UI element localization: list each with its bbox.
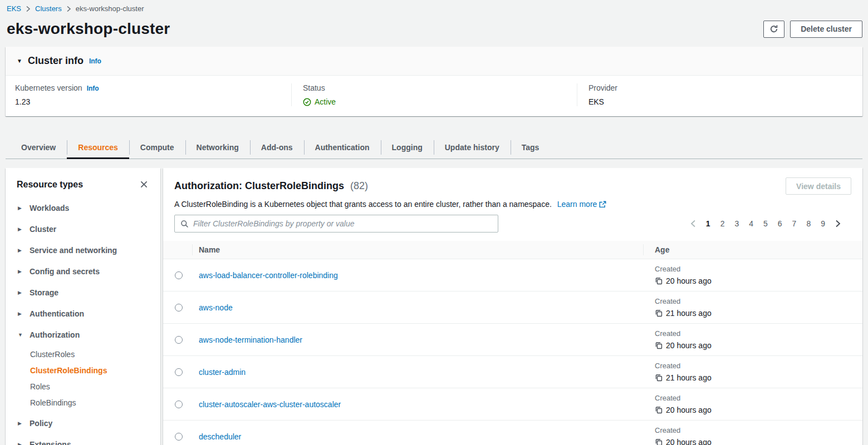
rolebinding-link[interactable]: cluster-admin <box>199 368 246 377</box>
sidebar-group-workloads[interactable]: ▶ Workloads <box>18 197 149 219</box>
pagination-page-6[interactable]: 6 <box>774 217 786 230</box>
sidebar-group-authorization[interactable]: ▼ Authorization <box>18 324 149 345</box>
pagination-page-3[interactable]: 3 <box>730 217 743 230</box>
age-value: 20 hours ago <box>666 438 712 445</box>
tab-resources[interactable]: Resources <box>67 136 129 159</box>
caret-right-icon: ▶ <box>18 248 23 253</box>
filter-box <box>174 215 498 233</box>
sidebar-group-extensions[interactable]: ▶ Extensions <box>18 434 149 445</box>
tab-logging[interactable]: Logging <box>381 136 434 159</box>
field-provider: Provider EKS <box>577 83 862 106</box>
info-link[interactable]: Info <box>89 57 101 65</box>
pagination-page-9[interactable]: 9 <box>817 217 829 230</box>
pagination-page-8[interactable]: 8 <box>802 217 815 230</box>
tab-authentication[interactable]: Authentication <box>304 136 381 159</box>
sidebar-header: Resource types <box>6 168 160 193</box>
age-value: 21 hours ago <box>666 373 712 382</box>
cluster-info-panel: ▼ Cluster info Info Kubernetes version I… <box>6 47 862 116</box>
copy-icon[interactable] <box>655 406 663 414</box>
pagination-page-5[interactable]: 5 <box>759 217 772 230</box>
sidebar-group-authentication[interactable]: ▶ Authentication <box>18 303 149 324</box>
field-status: Status Active <box>291 83 577 106</box>
sidebar-group-service-and-networking[interactable]: ▶ Service and networking <box>18 240 149 261</box>
close-icon[interactable] <box>139 179 149 190</box>
field-value: EKS <box>589 97 851 106</box>
pagination-page-2[interactable]: 2 <box>717 217 729 230</box>
resource-types-sidebar: Resource types ▶ Workloads ▶ Cluster ▶ S… <box>6 168 160 445</box>
header-actions: Delete cluster <box>763 21 862 38</box>
tab-add-ons[interactable]: Add-ons <box>250 136 304 159</box>
chevron-right-icon <box>66 6 71 12</box>
copy-icon[interactable] <box>655 438 663 445</box>
copy-icon[interactable] <box>655 309 663 317</box>
sidebar-group-label: Workloads <box>30 204 69 212</box>
breadcrumb-link-eks[interactable]: EKS <box>7 4 21 13</box>
sidebar-group-label: Storage <box>30 288 58 297</box>
rolebinding-link[interactable]: aws-node <box>199 303 233 312</box>
copy-icon[interactable] <box>655 342 663 349</box>
breadcrumb-link-clusters[interactable]: Clusters <box>35 4 62 13</box>
tab-tags[interactable]: Tags <box>511 136 551 159</box>
pagination-prev-icon[interactable] <box>686 217 700 230</box>
sidebar-group-policy[interactable]: ▶ Policy <box>18 413 149 434</box>
field-label: Kubernetes version <box>15 83 82 92</box>
pagination-page-7[interactable]: 7 <box>788 217 801 230</box>
sidebar-item-clusterrolebindings[interactable]: ClusterRoleBindings <box>18 362 149 378</box>
filter-input[interactable] <box>193 219 492 228</box>
row-radio[interactable] <box>175 368 183 376</box>
page-header: eks-workshop-cluster Delete cluster <box>6 20 862 38</box>
breadcrumb: EKS Clusters eks-workshop-cluster <box>6 4 862 13</box>
rolebinding-link[interactable]: descheduler <box>199 432 241 441</box>
rolebinding-link[interactable]: aws-node-termination-handler <box>199 335 302 344</box>
tab-bar: Overview Resources Compute Networking Ad… <box>6 136 862 159</box>
table-row: aws-load-balancer-controller-rolebinding… <box>163 259 862 291</box>
sidebar-item-clusterroles[interactable]: ClusterRoles <box>18 346 149 362</box>
refresh-button[interactable] <box>763 21 784 38</box>
table-row: cluster-autoscaler-aws-cluster-autoscale… <box>163 388 862 421</box>
rolebinding-link[interactable]: cluster-autoscaler-aws-cluster-autoscale… <box>199 400 341 409</box>
caret-right-icon: ▶ <box>18 205 23 211</box>
pagination-page-4[interactable]: 4 <box>745 217 757 230</box>
created-label: Created <box>655 394 862 402</box>
age-value: 20 hours ago <box>666 276 712 285</box>
sidebar-item-roles[interactable]: Roles <box>18 378 149 394</box>
row-radio[interactable] <box>175 433 183 441</box>
learn-more-label: Learn more <box>557 200 597 209</box>
tab-update-history[interactable]: Update history <box>434 136 511 159</box>
sidebar-group-label: Service and networking <box>30 246 117 255</box>
sidebar-group-storage[interactable]: ▶ Storage <box>18 282 149 303</box>
tab-networking[interactable]: Networking <box>185 136 250 159</box>
copy-icon[interactable] <box>655 277 663 285</box>
sidebar-item-rolebindings[interactable]: RoleBindings <box>18 394 149 411</box>
learn-more-link[interactable]: Learn more <box>557 200 607 209</box>
tab-overview[interactable]: Overview <box>10 136 67 159</box>
sidebar-group-label: Config and secrets <box>30 267 100 276</box>
filter-row: 1 2 3 4 5 6 7 8 9 <box>174 215 851 233</box>
pagination-page-1[interactable]: 1 <box>702 217 714 230</box>
pagination-next-icon[interactable] <box>831 217 845 230</box>
column-divider <box>643 244 644 255</box>
field-kubernetes-version: Kubernetes version Info 1.23 <box>6 83 291 106</box>
copy-icon[interactable] <box>655 374 663 382</box>
row-radio[interactable] <box>175 400 183 408</box>
rolebinding-link[interactable]: aws-load-balancer-controller-rolebinding <box>199 271 338 280</box>
view-details-button[interactable]: View details <box>786 177 851 195</box>
info-link[interactable]: Info <box>87 85 99 92</box>
sidebar-group-cluster[interactable]: ▶ Cluster <box>18 219 149 240</box>
table-row: aws-node-termination-handler Created 20 … <box>163 324 862 356</box>
tab-compute[interactable]: Compute <box>129 136 185 159</box>
caret-right-icon: ▶ <box>18 421 23 426</box>
caret-down-icon: ▼ <box>18 332 23 338</box>
clusterrolebindings-table: Name Age aws-load-balancer-controller-ro… <box>163 241 862 445</box>
delete-cluster-button[interactable]: Delete cluster <box>790 21 862 38</box>
cluster-info-header[interactable]: ▼ Cluster info Info <box>6 47 862 76</box>
sidebar-group-label: Extensions <box>30 440 71 445</box>
sidebar-list: ▶ Workloads ▶ Cluster ▶ Service and netw… <box>6 193 160 445</box>
field-label: Status <box>303 83 325 92</box>
page: EKS Clusters eks-workshop-cluster eks-wo… <box>0 0 868 445</box>
sidebar-group-label: Authorization <box>30 330 80 339</box>
row-radio[interactable] <box>175 336 183 344</box>
row-radio[interactable] <box>175 271 183 279</box>
row-radio[interactable] <box>175 304 183 312</box>
sidebar-group-config-and-secrets[interactable]: ▶ Config and secrets <box>18 261 149 282</box>
